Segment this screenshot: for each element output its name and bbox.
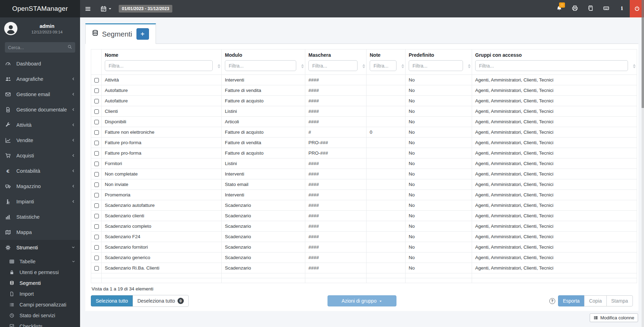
help-icon[interactable]: ?	[549, 298, 555, 304]
print-button[interactable]	[567, 0, 583, 17]
row-checkbox[interactable]	[94, 78, 99, 83]
sort-arrows-icon[interactable]	[401, 64, 404, 68]
search-icon[interactable]	[68, 44, 72, 50]
sidebar-item-gestione-email[interactable]: Gestione email	[0, 87, 80, 102]
table-row[interactable]: AutofattureFatture di vendita####NoAgent…	[91, 85, 637, 96]
column-filter-input[interactable]	[308, 60, 358, 71]
sidebar-subitem-checklists[interactable]: Checklists	[0, 321, 80, 327]
sidebar-subitem-stato-dei-servizi[interactable]: Stato dei servizi	[0, 310, 80, 321]
sidebar-item-gestione-documentale[interactable]: Gestione documentale	[0, 102, 80, 117]
row-checkbox[interactable]	[94, 109, 99, 114]
sidebar-item-attivit[interactable]: Attività	[0, 117, 80, 133]
app-logo[interactable]: OpenSTAManager	[0, 0, 80, 17]
sidebar-item-magazzino[interactable]: Magazzino	[0, 179, 80, 194]
shortcuts-button[interactable]	[598, 0, 614, 17]
column-header-predefinito[interactable]: Predefinito	[406, 49, 472, 75]
table-row[interactable]: Non inviateStato email####NoAgenti, Ammi…	[91, 179, 637, 190]
sidebar-item-vendite[interactable]: Vendite	[0, 133, 80, 148]
sidebar-toggle-button[interactable]	[80, 0, 96, 17]
tab-segmenti[interactable]: Segmenti	[85, 23, 156, 44]
row-checkbox[interactable]	[94, 88, 99, 93]
table-row[interactable]: Fatture non elettronicheFatture di acqui…	[91, 127, 637, 138]
column-header-gruppi-con-accesso[interactable]: Gruppi con accesso	[472, 49, 637, 75]
row-checkbox[interactable]	[94, 245, 99, 250]
row-checkbox[interactable]	[94, 130, 99, 135]
sidebar-item-label: Mappa	[16, 229, 75, 235]
row-checkbox[interactable]	[94, 99, 99, 103]
sidebar-item-strumenti[interactable]: Strumenti	[0, 240, 80, 255]
table-row[interactable]: AttivitàInterventi####NoAgenti, Amminist…	[91, 75, 637, 85]
notifications-button[interactable]	[551, 0, 567, 17]
sort-arrows-icon[interactable]	[468, 64, 471, 68]
row-checkbox[interactable]	[94, 256, 99, 260]
sidebar-item-mappa[interactable]: Mappa	[0, 225, 80, 240]
page-scrollbar[interactable]	[642, 0, 644, 327]
column-filter-input[interactable]	[409, 60, 463, 71]
table-row[interactable]: ClientiListini####NoAgenti, Amministrato…	[91, 106, 637, 117]
deselect-all-button[interactable]: Deseleziona tutto0	[133, 295, 189, 307]
table-row[interactable]: Non completateInterventi####NoAgenti, Am…	[91, 169, 637, 179]
table-row[interactable]: DisponibiliArticoli####NoAgenti, Amminis…	[91, 117, 637, 127]
row-checkbox[interactable]	[94, 193, 99, 197]
column-filter-input[interactable]	[105, 60, 213, 71]
table-row[interactable]: Scadenzario completoScadenzario####NoAge…	[91, 221, 637, 232]
sidebar-item-impianti[interactable]: Impianti	[0, 194, 80, 209]
table-row[interactable]: Scadenzario Ri.Ba. ClientiScadenzario###…	[91, 263, 637, 273]
sidebar-item-anagrafiche[interactable]: Anagrafiche	[0, 71, 80, 87]
row-checkbox[interactable]	[94, 224, 99, 229]
table-row[interactable]: Fatture pro-formaFatture di venditaPRO-#…	[91, 138, 637, 148]
table-row[interactable]: Scadenzario F24Scadenzario####NoAgenti, …	[91, 232, 637, 242]
documentation-button[interactable]	[583, 0, 598, 17]
column-header-modulo[interactable]: Modulo	[222, 49, 305, 75]
sidebar-item-dashboard[interactable]: Dashboard	[0, 56, 80, 71]
sidebar-subitem-tabelle[interactable]: Tabelle	[0, 256, 80, 267]
row-checkbox[interactable]	[94, 162, 99, 166]
sidebar-subitem-import[interactable]: Import	[0, 288, 80, 299]
row-checkbox[interactable]	[94, 141, 99, 145]
table-row[interactable]: FornitoriListini####NoAgenti, Amministra…	[91, 158, 637, 169]
info-button[interactable]: i	[614, 0, 630, 17]
row-checkbox[interactable]	[94, 172, 99, 177]
export-button[interactable]: Esporta	[558, 295, 584, 306]
table-row[interactable]: AutofattureFatture di acquisto####NoAgen…	[91, 96, 637, 106]
row-checkbox[interactable]	[94, 214, 99, 218]
group-actions-button[interactable]: Azioni di gruppo	[327, 295, 396, 306]
table-cell: ####	[305, 190, 367, 200]
sort-arrows-icon[interactable]	[633, 64, 636, 68]
sidebar-subitem-utenti-e-permessi[interactable]: Utenti e permessi	[0, 267, 80, 278]
column-filter-input[interactable]	[370, 60, 396, 71]
table-row[interactable]: Scadenzario genericoScadenzario####NoAge…	[91, 252, 637, 263]
column-header-nome[interactable]: Nome	[102, 49, 222, 75]
sidebar-item-contabilit[interactable]: €Contabilità	[0, 163, 80, 179]
edit-columns-button[interactable]: Modifica colonne	[590, 313, 638, 322]
column-header-note[interactable]: Note	[367, 49, 406, 75]
table-row[interactable]: Fatture pro-formaFatture di acquistoPRO-…	[91, 148, 637, 158]
column-header-maschera[interactable]: Maschera	[305, 49, 367, 75]
date-range-badge[interactable]: 01/01/2023 - 31/12/2023	[119, 5, 172, 13]
select-all-button[interactable]: Seleziona tutto	[91, 295, 133, 306]
table-row[interactable]: PromemoriaInterventi####NoAgenti, Ammini…	[91, 190, 637, 200]
table-row[interactable]: Scadenzario fornitoriScadenzario####NoAg…	[91, 242, 637, 252]
sidebar-item-acquisti[interactable]: Acquisti	[0, 148, 80, 163]
calendar-button[interactable]	[96, 0, 117, 17]
row-checkbox[interactable]	[94, 266, 99, 271]
sidebar-subitem-campi-personalizzati[interactable]: Campi personalizzati	[0, 299, 80, 310]
row-checkbox[interactable]	[94, 151, 99, 156]
sort-arrows-icon[interactable]	[362, 64, 365, 68]
sort-arrows-icon[interactable]	[218, 64, 220, 68]
column-filter-input[interactable]	[475, 60, 628, 71]
add-segment-button[interactable]	[136, 28, 149, 40]
print-button[interactable]: Stampa	[606, 295, 633, 306]
row-checkbox[interactable]	[94, 182, 99, 187]
row-checkbox[interactable]	[94, 120, 99, 124]
sort-arrows-icon[interactable]	[301, 64, 304, 68]
row-checkbox[interactable]	[94, 203, 99, 208]
sidebar-item-statistiche[interactable]: Statistiche	[0, 209, 80, 225]
copy-button[interactable]: Copia	[584, 295, 607, 306]
row-checkbox[interactable]	[94, 235, 99, 239]
column-filter-input[interactable]	[225, 60, 296, 71]
search-input[interactable]	[8, 45, 68, 50]
table-row[interactable]: Scadenzario clientiScadenzario####NoAgen…	[91, 211, 637, 221]
table-row[interactable]: Scadenzario autofattureScadenzario####No…	[91, 200, 637, 211]
sidebar-subitem-segmenti[interactable]: Segmenti	[0, 278, 80, 288]
